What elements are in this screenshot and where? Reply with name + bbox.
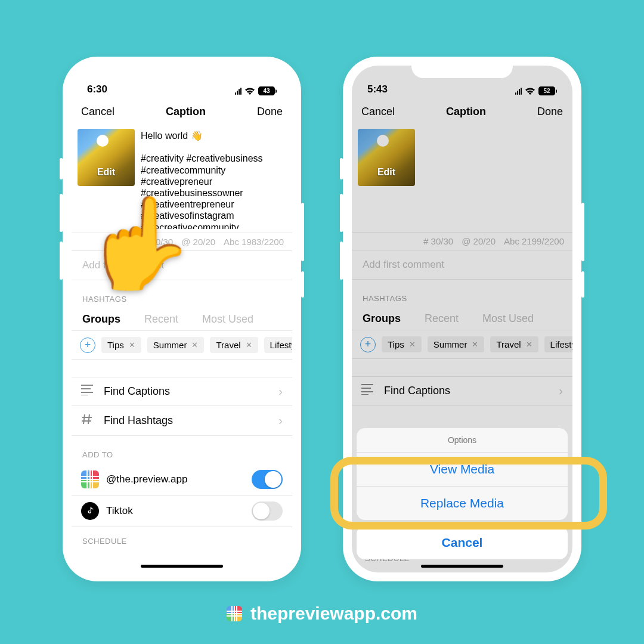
chevron-right-icon: › — [278, 385, 283, 398]
close-icon[interactable]: ✕ — [129, 340, 135, 349]
pointing-hand-icon: 👆 — [83, 191, 195, 296]
chevron-right-icon: › — [278, 414, 283, 428]
preview-app-icon — [227, 606, 242, 621]
find-hashtags-row[interactable]: Find Hashtags › — [72, 406, 292, 436]
battery-icon: 43 — [258, 86, 275, 95]
addto-section-label: ADD TO — [72, 436, 292, 464]
media-thumbnail[interactable]: Edit — [78, 129, 135, 186]
chip-summer[interactable]: Summer✕ — [147, 337, 205, 353]
toggle-tiktok[interactable] — [252, 501, 283, 521]
home-indicator[interactable] — [421, 565, 503, 568]
sheet-cancel[interactable]: Cancel — [357, 526, 568, 559]
tab-most-used[interactable]: Most Used — [202, 313, 253, 326]
status-time: 6:30 — [87, 83, 107, 95]
hash-icon — [81, 413, 93, 428]
addto-tiktok-row: Tiktok — [72, 496, 292, 527]
tab-groups[interactable]: Groups — [82, 313, 120, 326]
close-icon[interactable]: ✕ — [246, 340, 252, 349]
phone-left: 6:30 43 Cancel Caption Done Edit — [63, 57, 301, 581]
edit-label: Edit — [377, 167, 395, 178]
nav-bar: Cancel Caption Done — [72, 98, 292, 125]
tab-recent[interactable]: Recent — [144, 313, 178, 326]
preview-app-icon — [81, 470, 99, 488]
lines-icon — [81, 385, 93, 398]
chip-tips[interactable]: Tips✕ — [101, 337, 141, 353]
sheet-title: Options — [357, 428, 568, 453]
chip-lifestyle[interactable]: Lifestyle✕ — [264, 337, 292, 353]
highlight-annotation — [330, 457, 607, 530]
chip-travel[interactable]: Travel✕ — [210, 337, 258, 353]
page-title: Caption — [166, 106, 206, 118]
find-captions-row[interactable]: Find Captions › — [72, 377, 292, 406]
tiktok-icon — [81, 502, 99, 520]
wifi-icon — [244, 87, 255, 95]
footer-text: thepreviewapp.com — [250, 603, 417, 624]
cellular-icon — [235, 88, 242, 95]
close-icon[interactable]: ✕ — [191, 340, 198, 349]
home-indicator[interactable] — [141, 565, 223, 568]
footer: thepreviewapp.com — [0, 603, 644, 624]
char-counter: Abc 1983/2200 — [224, 237, 284, 247]
schedule-section-label: SCHEDULE — [72, 527, 292, 550]
cancel-button[interactable]: Cancel — [81, 106, 114, 118]
toggle-preview[interactable] — [252, 470, 283, 489]
done-button[interactable]: Done — [257, 106, 283, 118]
edit-label: Edit — [97, 167, 115, 178]
add-hashtag-group-button[interactable]: + — [80, 338, 95, 353]
addto-preview-row: @the.preview.app — [72, 464, 292, 496]
